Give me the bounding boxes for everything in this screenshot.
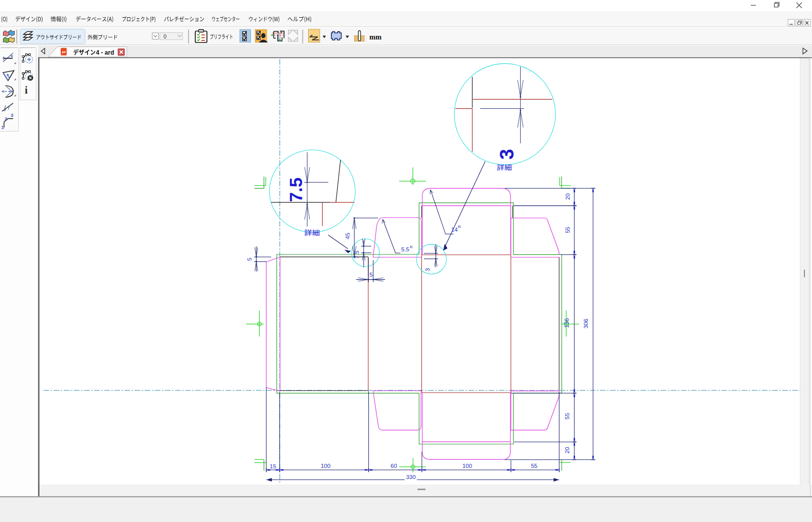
svg-text:20: 20 [565, 193, 571, 200]
svg-text:i: i [25, 84, 28, 96]
svg-text:3: 3 [424, 268, 431, 271]
svg-text:mm: mm [369, 33, 381, 41]
svg-text:5.5: 5.5 [401, 246, 409, 252]
svg-text:330: 330 [406, 474, 415, 480]
svg-text:60: 60 [391, 463, 397, 469]
svg-text:45: 45 [345, 233, 351, 239]
svg-text:7.5: 7.5 [354, 251, 360, 259]
svg-text:0: 0 [163, 33, 166, 39]
svg-text:100: 100 [321, 463, 330, 469]
svg-text:55: 55 [531, 463, 537, 469]
svg-text:5: 5 [369, 272, 372, 278]
svg-text:3: 3 [496, 149, 518, 159]
svg-text:14: 14 [451, 227, 458, 233]
svg-text:2: 2 [5, 116, 7, 121]
svg-text:4 - ard: 4 - ard [96, 49, 114, 56]
svg-text:20: 20 [564, 447, 570, 454]
svg-text:R: R [458, 225, 461, 229]
svg-text:55: 55 [565, 227, 571, 233]
svg-text:7.5: 7.5 [286, 178, 306, 202]
svg-text:R: R [410, 245, 413, 249]
svg-text:5: 5 [246, 257, 252, 260]
svg-text:156: 156 [564, 318, 570, 328]
svg-text:3: 3 [11, 112, 13, 118]
svg-text:55: 55 [564, 413, 570, 419]
svg-text:15: 15 [270, 463, 276, 469]
svg-text:100: 100 [462, 463, 472, 469]
svg-text:306: 306 [583, 319, 589, 328]
svg-text:1: 1 [2, 124, 5, 130]
